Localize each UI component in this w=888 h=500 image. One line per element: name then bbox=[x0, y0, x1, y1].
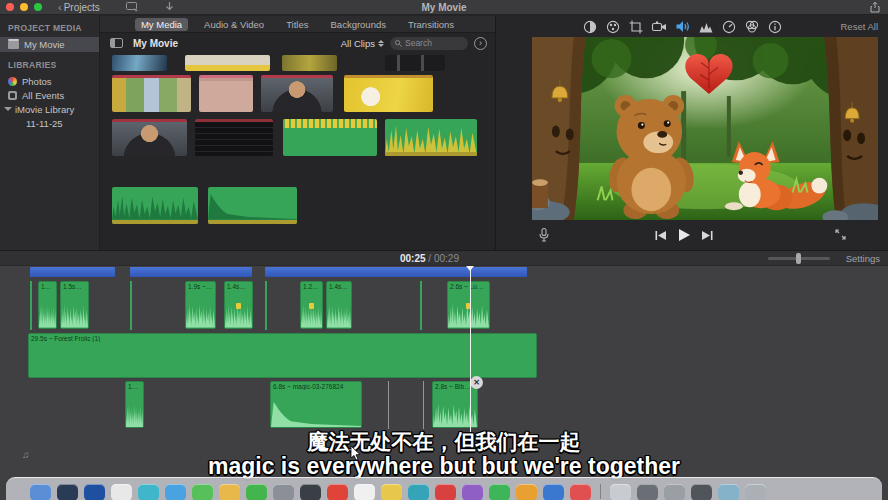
fullscreen-icon[interactable] bbox=[835, 229, 846, 240]
libraries-heading: LIBRARIES bbox=[0, 52, 99, 74]
zoom-window-button[interactable] bbox=[34, 3, 42, 11]
tab-backgrounds[interactable]: Backgrounds bbox=[325, 18, 392, 31]
photos-icon bbox=[8, 77, 17, 86]
play-button-icon[interactable] bbox=[677, 228, 691, 242]
sidebar-item-label: My Movie bbox=[24, 39, 65, 50]
color-correction-icon[interactable] bbox=[606, 20, 620, 34]
color-balance-icon[interactable] bbox=[583, 20, 597, 34]
dock-app-icon[interactable] bbox=[489, 484, 510, 500]
dock-app-icon[interactable] bbox=[462, 484, 483, 500]
dock-app-icon[interactable] bbox=[543, 484, 564, 500]
timecode: 00:25 / 00:29 bbox=[400, 253, 459, 264]
clips-filter-dropdown[interactable]: All Clips bbox=[341, 38, 384, 49]
dock-app-icon[interactable] bbox=[84, 484, 105, 500]
dock-app-icon[interactable] bbox=[138, 484, 159, 500]
sidebar-item-label: iMovie Library bbox=[15, 104, 74, 115]
download-arrow-icon[interactable] bbox=[165, 2, 174, 12]
projects-back-button[interactable]: ‹ Projects bbox=[58, 1, 100, 13]
reset-all-button[interactable]: Reset All bbox=[841, 21, 879, 32]
playhead[interactable] bbox=[470, 266, 471, 432]
clips-filter-label: All Clips bbox=[341, 38, 375, 49]
dock-app-icon[interactable] bbox=[219, 484, 240, 500]
dock-app-icon[interactable] bbox=[745, 484, 766, 500]
search-icon bbox=[395, 40, 402, 47]
microphone-icon[interactable] bbox=[539, 228, 549, 242]
crop-icon[interactable] bbox=[629, 20, 643, 34]
tab-audio-video[interactable]: Audio & Video bbox=[198, 18, 270, 31]
dock-app-icon[interactable] bbox=[57, 484, 78, 500]
subtitle-chinese: 魔法无处不在，但我们在一起 bbox=[0, 428, 888, 456]
titlebar: ‹ Projects My Movie bbox=[0, 0, 888, 15]
current-time: 00:25 bbox=[400, 253, 426, 264]
timeline-header: 00:25 / 00:29 Settings bbox=[0, 250, 888, 266]
sidebar-item-imovie-library[interactable]: iMovie Library bbox=[0, 102, 99, 116]
all-events-icon bbox=[8, 91, 17, 100]
search-input[interactable] bbox=[405, 38, 463, 48]
sidebar-item-label: All Events bbox=[22, 90, 64, 101]
minimize-window-button[interactable] bbox=[20, 3, 28, 11]
timeline-zoom-slider[interactable] bbox=[768, 257, 830, 260]
dock-app-icon[interactable] bbox=[30, 484, 51, 500]
dock-app-icon[interactable] bbox=[516, 484, 537, 500]
dock-app-icon[interactable] bbox=[273, 484, 294, 500]
adjust-toolbar bbox=[495, 17, 888, 36]
preview-viewer[interactable] bbox=[532, 37, 878, 220]
dock-app-icon[interactable] bbox=[300, 484, 321, 500]
dock-app-icon[interactable] bbox=[718, 484, 739, 500]
clapperboard-icon bbox=[8, 41, 19, 49]
sidebar-item-label: 11-11-25 bbox=[26, 118, 63, 129]
tab-my-media[interactable]: My Media bbox=[135, 18, 188, 31]
dock bbox=[6, 477, 882, 500]
dock-app-icon[interactable] bbox=[192, 484, 213, 500]
dock-app-icon[interactable] bbox=[354, 484, 375, 500]
dock-app-icon[interactable] bbox=[111, 484, 132, 500]
tab-transitions[interactable]: Transitions bbox=[402, 18, 460, 31]
tab-titles[interactable]: Titles bbox=[280, 18, 314, 31]
mouse-cursor bbox=[350, 446, 361, 461]
browser-appearance-icon[interactable]: › bbox=[474, 37, 487, 50]
import-media-icon[interactable] bbox=[126, 2, 139, 12]
media-tabs: My MediaAudio & VideoTitlesBackgroundsTr… bbox=[100, 16, 495, 33]
dock-app-icon[interactable] bbox=[691, 484, 712, 500]
noise-reduction-icon[interactable] bbox=[699, 21, 713, 33]
sidebar-item-photos[interactable]: Photos bbox=[0, 74, 99, 88]
total-time: 00:29 bbox=[434, 253, 459, 264]
sidebar-item-library-date[interactable]: 11-11-25 bbox=[0, 116, 99, 130]
dock-app-icon[interactable] bbox=[610, 484, 631, 500]
info-icon[interactable] bbox=[768, 20, 782, 34]
dock-app-icon[interactable] bbox=[664, 484, 685, 500]
preview-frame-forest-scene bbox=[532, 37, 878, 220]
dock-app-icon[interactable] bbox=[435, 484, 456, 500]
preview-controls bbox=[495, 222, 888, 248]
sidebar-toggle-icon[interactable] bbox=[110, 38, 123, 48]
projects-back-label: Projects bbox=[64, 2, 100, 13]
disclosure-triangle-icon[interactable] bbox=[4, 106, 10, 112]
dock-app-icon[interactable] bbox=[381, 484, 402, 500]
volume-icon[interactable] bbox=[676, 20, 690, 33]
browser-title: My Movie bbox=[133, 38, 178, 49]
sidebar-item-all-events[interactable]: All Events bbox=[0, 88, 99, 102]
stabilization-icon[interactable] bbox=[652, 21, 667, 33]
speed-icon[interactable] bbox=[722, 20, 736, 34]
skip-back-icon[interactable] bbox=[655, 230, 667, 241]
slider-knob[interactable] bbox=[796, 253, 801, 264]
dock-app-icon[interactable] bbox=[408, 484, 429, 500]
subtitle-english: magic is everywhere but but we're togeth… bbox=[0, 453, 888, 480]
chevron-left-icon: ‹ bbox=[58, 1, 62, 13]
sidebar-item-label: Photos bbox=[22, 76, 52, 87]
dock-app-icon[interactable] bbox=[637, 484, 658, 500]
effects-icon[interactable] bbox=[745, 20, 759, 33]
dock-app-icon[interactable] bbox=[246, 484, 267, 500]
project-media-heading: PROJECT MEDIA bbox=[0, 15, 99, 37]
timeline-settings-button[interactable]: Settings bbox=[846, 253, 880, 264]
dock-app-icon[interactable] bbox=[327, 484, 348, 500]
dock-separator bbox=[600, 484, 601, 499]
sidebar-item-my-movie[interactable]: My Movie bbox=[0, 37, 99, 52]
updown-chevrons-icon bbox=[378, 40, 384, 47]
close-window-button[interactable] bbox=[6, 3, 14, 11]
search-box[interactable] bbox=[390, 37, 468, 50]
skip-forward-icon[interactable] bbox=[701, 230, 713, 241]
dock-app-icon[interactable] bbox=[570, 484, 591, 500]
dock-app-icon[interactable] bbox=[165, 484, 186, 500]
share-icon[interactable] bbox=[870, 2, 880, 13]
